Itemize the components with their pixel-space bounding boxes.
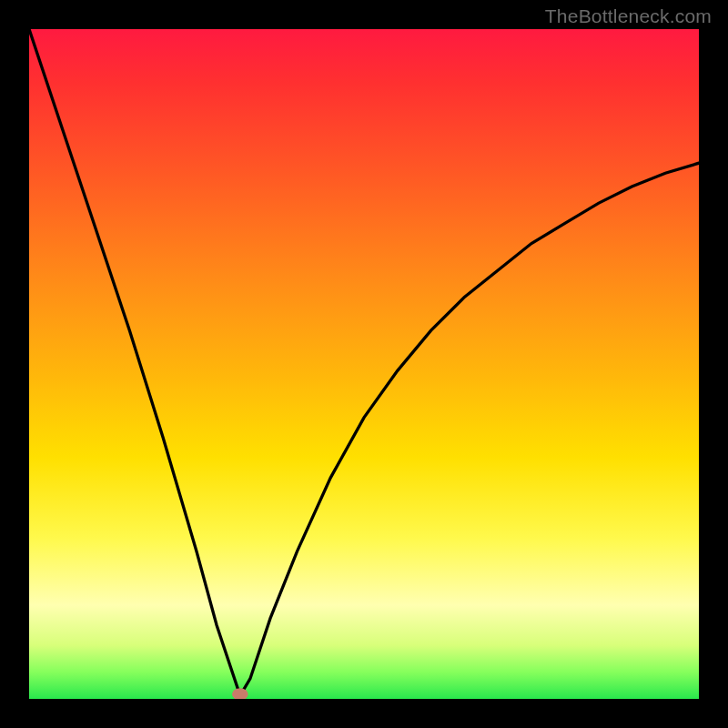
min-point-marker <box>232 688 248 699</box>
curve-layer <box>29 29 699 699</box>
watermark-text: TheBottleneck.com <box>545 5 712 27</box>
plot-area <box>29 29 699 699</box>
chart-frame: TheBottleneck.com <box>0 0 728 728</box>
bottleneck-curve <box>29 29 699 695</box>
